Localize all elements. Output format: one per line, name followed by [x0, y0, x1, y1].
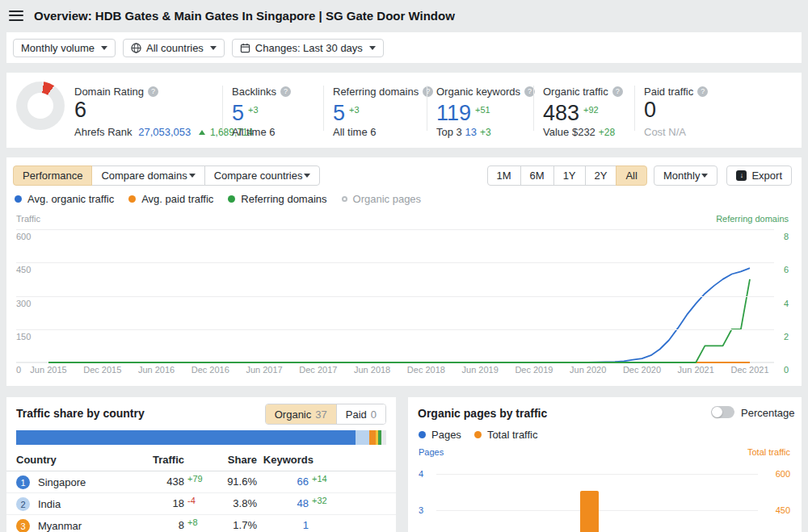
header: Overview: HDB Gates & Main Gates In Sing…: [0, 0, 808, 31]
chart-legend: Avg. organic traffic Avg. paid traffic R…: [15, 193, 421, 205]
ahrefs-rank-label: Ahrefs Rank: [74, 126, 133, 138]
export-label: Export: [751, 170, 782, 182]
legend-label: Organic pages: [353, 193, 422, 205]
x-axis-tick: Jun 2018: [354, 365, 390, 375]
metric-label: Domain Rating: [74, 86, 144, 98]
traffic-value: 8: [128, 519, 184, 531]
left-axis-tick: 150: [16, 332, 31, 341]
legend-avg-organic-traffic[interactable]: Avg. organic traffic: [15, 193, 114, 205]
rank-badge: 3: [16, 519, 30, 532]
value-label: Value: [543, 126, 569, 138]
range-1y[interactable]: 1Y: [553, 165, 586, 186]
metric-label: Referring domains: [333, 86, 419, 98]
value-change: +28: [599, 127, 615, 138]
changes-dropdown[interactable]: Changes: Last 30 days: [232, 39, 384, 57]
tab-compare-countries[interactable]: Compare countries: [204, 165, 321, 186]
paid-toggle[interactable]: Paid0: [336, 404, 385, 424]
page-title: Overview: HDB Gates & Main Gates In Sing…: [34, 9, 455, 23]
orange-dot-icon: [128, 195, 136, 203]
chart-controls: 1M 6M 1Y 2Y All Monthly Export: [487, 165, 793, 186]
tab-compare-domains[interactable]: Compare domains: [91, 165, 204, 186]
legend-label: Avg. paid traffic: [141, 193, 213, 205]
series-referring-domains: [48, 279, 750, 362]
x-axis-tick: Jun 2016: [138, 365, 175, 375]
keywords-link[interactable]: 48: [255, 497, 309, 509]
col-country: Country: [16, 454, 57, 466]
keywords-change: +32: [312, 496, 327, 505]
legend-label: Referring domains: [241, 193, 326, 205]
blue-dot-icon: [15, 195, 22, 203]
countries-dropdown[interactable]: All countries: [123, 39, 225, 57]
hollow-dot-icon: [342, 196, 347, 202]
organic-pages-panel: Organic pages by traffic Percentage Page…: [408, 397, 802, 532]
all-time-value: 6: [269, 126, 275, 138]
keywords-link[interactable]: 66: [255, 475, 309, 488]
traffic-value: 438: [128, 475, 184, 488]
right-axis-tick: 2: [784, 332, 789, 341]
interval-dropdown[interactable]: Monthly: [654, 165, 718, 186]
ahrefs-rank-value[interactable]: 27,053,053: [138, 126, 191, 138]
paid-count: 0: [371, 408, 377, 421]
organic-keywords-value[interactable]: 119: [436, 101, 471, 125]
monthly-volume-dropdown[interactable]: Monthly volume: [13, 39, 116, 57]
keywords-link[interactable]: 1: [255, 519, 309, 531]
organic-toggle[interactable]: Organic37: [266, 404, 336, 424]
menu-icon[interactable]: [9, 10, 23, 21]
countries-label: All countries: [146, 42, 204, 54]
table-row: 1Singapore 438 +79 91.6% 66 +14: [6, 471, 396, 493]
legend-pages[interactable]: Pages: [419, 429, 461, 441]
organic-traffic-change: +92: [583, 105, 599, 115]
legend-label: Pages: [431, 429, 461, 441]
paid-traffic-value: 0: [644, 98, 656, 122]
total-traffic-bar[interactable]: [580, 491, 599, 532]
help-icon[interactable]: [612, 86, 623, 97]
paid-label: Paid: [346, 408, 367, 421]
monthly-volume-label: Monthly volume: [21, 42, 95, 54]
range-6m[interactable]: 6M: [520, 165, 554, 186]
left-axis-tick: 0: [16, 365, 21, 375]
range-2y[interactable]: 2Y: [585, 165, 617, 186]
country-name: Singapore: [38, 476, 86, 488]
x-axis-tick: Dec 2017: [299, 365, 337, 375]
all-time-label: All time: [333, 126, 368, 138]
total-traffic-axis-title: Total traffic: [747, 447, 790, 457]
divider: [634, 86, 635, 131]
export-button[interactable]: Export: [726, 165, 792, 186]
value-amount: $232: [572, 126, 595, 138]
tab-performance[interactable]: Performance: [13, 165, 92, 186]
total-traffic-tick: 450: [776, 505, 790, 515]
country-name: Myanmar: [38, 520, 82, 532]
help-icon[interactable]: [280, 86, 291, 97]
referring-domains-value[interactable]: 5: [333, 101, 345, 125]
help-icon[interactable]: [148, 86, 158, 97]
legend-organic-pages[interactable]: Organic pages: [342, 193, 422, 205]
metric-label: Organic keywords: [436, 86, 520, 98]
right-axis-tick: 6: [784, 265, 789, 274]
top3-value[interactable]: 13: [465, 126, 476, 138]
legend-avg-paid-traffic[interactable]: Avg. paid traffic: [128, 193, 213, 205]
pages-tick: 4: [419, 469, 423, 479]
legend-referring-domains[interactable]: Referring domains: [228, 193, 326, 205]
legend-total-traffic[interactable]: Total traffic: [474, 429, 538, 441]
view-tabs: Performance Compare domains Compare coun…: [13, 165, 320, 186]
range-1m[interactable]: 1M: [487, 165, 521, 186]
x-axis-tick: Jun 2019: [462, 365, 499, 375]
backlinks-value[interactable]: 5: [232, 101, 244, 125]
gridline: [436, 474, 758, 475]
panel-title: Traffic share by country: [16, 407, 145, 420]
help-icon[interactable]: [697, 86, 708, 97]
right-axis-tick: 4: [784, 299, 789, 308]
left-axis-tick: 300: [16, 299, 31, 308]
percentage-toggle[interactable]: [711, 406, 734, 418]
share-segment: [369, 430, 376, 445]
share-value: 1.7%: [200, 519, 257, 531]
share-segment: [381, 430, 386, 445]
range-all[interactable]: All: [616, 165, 646, 186]
country-share-bar: [16, 430, 386, 445]
percentage-label: Percentage: [741, 407, 795, 419]
performance-panel: Performance Compare domains Compare coun…: [6, 157, 802, 386]
help-icon[interactable]: [423, 86, 433, 97]
range-selector: 1M 6M 1Y 2Y All: [487, 165, 647, 186]
gridline: [16, 296, 774, 297]
share-value: 3.8%: [200, 497, 257, 509]
